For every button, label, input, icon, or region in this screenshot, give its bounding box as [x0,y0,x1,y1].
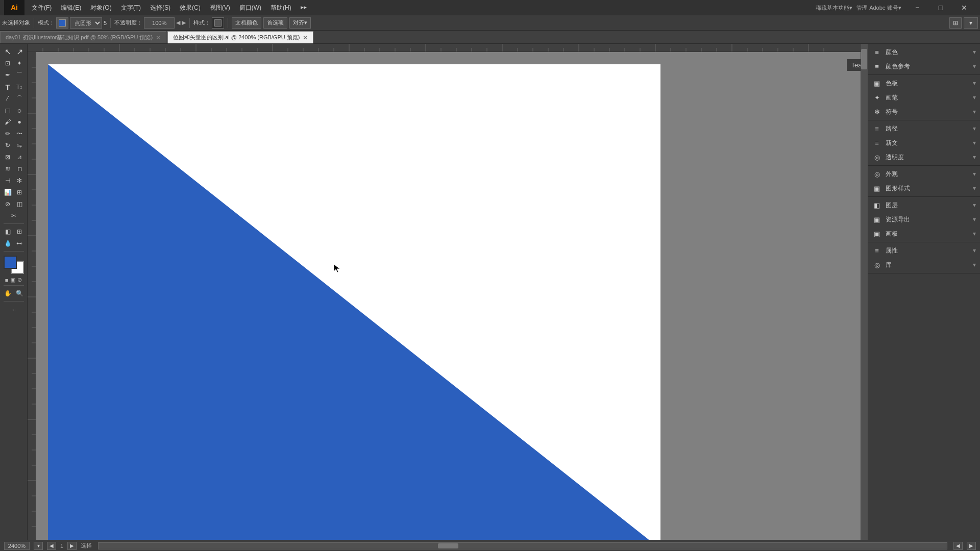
gradient-tool-btn[interactable]: ◧ [2,226,13,237]
panel-item-libraries[interactable]: ◎ 库 ▾ [868,258,980,272]
artboard-tool-btn[interactable]: ⊞ [14,187,25,198]
measure-btn[interactable]: ⊷ [14,238,25,249]
title-workspace[interactable]: 稀疏基本功能▾ [816,4,852,12]
gradient-icon[interactable]: ▣ [10,277,15,283]
vertical-type-btn[interactable]: T↕ [14,81,25,92]
color-boxes[interactable] [4,256,24,274]
menu-effect[interactable]: 效果(C) [176,2,205,14]
maximize-button[interactable]: □ [929,0,952,15]
magic-wand-btn[interactable]: ✦ [14,58,25,69]
page-prev[interactable]: ◀ [47,542,56,550]
shear-tool-btn[interactable]: ⊿ [14,152,25,163]
menu-more[interactable]: ▸▸ [297,2,311,14]
menu-window[interactable]: 窗口(W) [235,2,265,14]
first-item-button[interactable]: 首选项 [263,17,287,29]
selection-tool-btn[interactable]: ↖ [2,46,13,57]
menu-help[interactable]: 帮助(H) [266,2,296,14]
opacity-arrow-left[interactable]: ◀ [176,19,180,26]
hscroll-left[interactable]: ◀ [953,542,963,550]
eraser-btn[interactable]: ◫ [14,198,25,210]
hscroll-thumb[interactable] [438,543,458,548]
panel-item-properties[interactable]: ≡ 属性 ▾ [868,243,980,258]
eyedropper-btn[interactable]: 💧 [2,238,13,249]
panel-item-graphicstyles[interactable]: ▣ 图形样式 ▾ [868,181,980,195]
menu-view[interactable]: 视图(V) [206,2,234,14]
transform-icon: ≡ [872,138,881,147]
panel-item-swatches[interactable]: ▣ 色板 ▾ [868,76,980,90]
paintbrush-btn[interactable]: 🖌 [2,116,13,128]
toolbar-opacity-group: 不透明度： ◀ ▶ [114,17,186,29]
menu-object[interactable]: 对象(O) [86,2,115,14]
doc-color-button[interactable]: 文档颜色 [232,17,261,29]
workspace-btn[interactable]: ▾ [964,17,978,29]
type-tool-btn[interactable]: T [2,81,13,92]
ellipse-tool-btn[interactable]: ○ [14,105,25,116]
curvature-tool-btn[interactable]: ⌒ [14,69,25,81]
hand-tool-btn[interactable]: ✋ [2,288,13,299]
direct-selection-tool-btn[interactable]: ↗ [14,46,25,57]
line-segment-btn[interactable]: ∕ [2,93,13,104]
pen-tool-btn[interactable]: ✒ [2,69,13,81]
scale-tool-btn[interactable]: ⊠ [2,152,13,163]
column-graph-btn[interactable]: 📊 [2,187,13,198]
panel-item-assetexport[interactable]: ▣ 资源导出 ▾ [868,212,980,227]
mesh-tool-btn[interactable]: ⊞ [14,226,25,237]
stroke-style-select[interactable]: 点圆形 [70,17,102,29]
stroke-color-swatch[interactable] [56,17,68,29]
page-next[interactable]: ▶ [67,542,77,550]
menu-text[interactable]: 文字(T) [117,2,145,14]
zoom-dropdown[interactable]: ▾ [34,542,43,550]
panel-item-artboards[interactable]: ▣ 画板 ▾ [868,227,980,241]
pencil-tool-btn[interactable]: ✏ [2,128,13,139]
title-user[interactable]: 管理 Adobe 账号▾ [856,4,901,12]
width-tool-btn[interactable]: ⊣ [2,175,13,186]
tab-0-close[interactable]: ✕ [156,34,161,41]
zoom-input[interactable] [4,542,30,550]
menu-select[interactable]: 选择(S) [146,2,175,14]
scissors-btn[interactable]: ✂ [8,210,19,221]
close-button[interactable]: ✕ [952,0,976,15]
canvas-area[interactable]: Teat [28,44,868,540]
panel-item-transform[interactable]: ≡ 新文 ▾ [868,136,980,150]
lasso-tool-btn[interactable]: ⊡ [2,58,13,69]
style-swatch[interactable] [212,17,224,29]
vscroll-thumb[interactable] [861,49,867,69]
tab-1-close[interactable]: ✕ [303,34,308,41]
panel-item-colorguide[interactable]: ≡ 颜色参考 ▾ [868,59,980,73]
rotate-tool-btn[interactable]: ↻ [2,140,13,151]
minimize-button[interactable]: － [905,0,929,15]
panel-item-brushes[interactable]: ✦ 画笔 ▾ [868,90,980,105]
blob-brush-btn[interactable]: ● [14,116,25,128]
hscroll-right[interactable]: ▶ [967,542,976,550]
panel-item-color[interactable]: ≡ 颜色 ▾ [868,45,980,59]
warp-tool-btn[interactable]: ≋ [2,163,13,174]
arrange-icon-btn[interactable]: ⊞ [949,17,962,29]
menu-edit[interactable]: 编辑(E) [57,2,85,14]
slice-tool-btn[interactable]: ⊘ [2,198,13,210]
zoom-tool-btn[interactable]: 🔍 [14,288,25,299]
menu-file[interactable]: 文件(F) [28,2,56,14]
tab-0[interactable]: day01 初识Illustrator基础知识.pdf @ 50% (RGB/G… [0,31,166,43]
tab-1[interactable]: 位图和矢量图的区别.ai @ 2400% (RGB/GPU 预览) ✕ [167,31,313,43]
more-tools-btn[interactable]: ··· [2,304,26,316]
color-icon[interactable]: ■ [5,277,9,283]
none-icon[interactable]: ⊘ [17,277,22,283]
panel-item-appearance[interactable]: ◎ 外观 ▾ [868,167,980,181]
symbol-btn[interactable]: ✻ [14,175,25,186]
rect-tool-btn[interactable]: □ [2,105,13,116]
panel-item-pathfinder[interactable]: ≡ 路径 ▾ [868,121,980,136]
smooth-tool-btn[interactable]: 〜 [14,128,25,139]
panel-item-transparency[interactable]: ◎ 透明度 ▾ [868,150,980,164]
reshape-btn[interactable]: ⊓ [14,163,25,174]
arc-tool-btn[interactable]: ⌒ [14,93,25,104]
vertical-scrollbar[interactable] [861,44,868,540]
opacity-arrow-right[interactable]: ▶ [182,19,186,26]
horizontal-scrollbar[interactable] [98,542,947,549]
align-button[interactable]: 对齐▾ [289,17,311,29]
panel-item-layers[interactable]: ◧ 图层 ▾ [868,198,980,212]
panel-item-symbols[interactable]: ✻ 符号 ▾ [868,105,980,119]
tool-row-rect: □ ○ [2,105,25,116]
foreground-color-box[interactable] [4,256,17,269]
opacity-input[interactable] [144,17,175,29]
reflect-tool-btn[interactable]: ⇋ [14,140,25,151]
